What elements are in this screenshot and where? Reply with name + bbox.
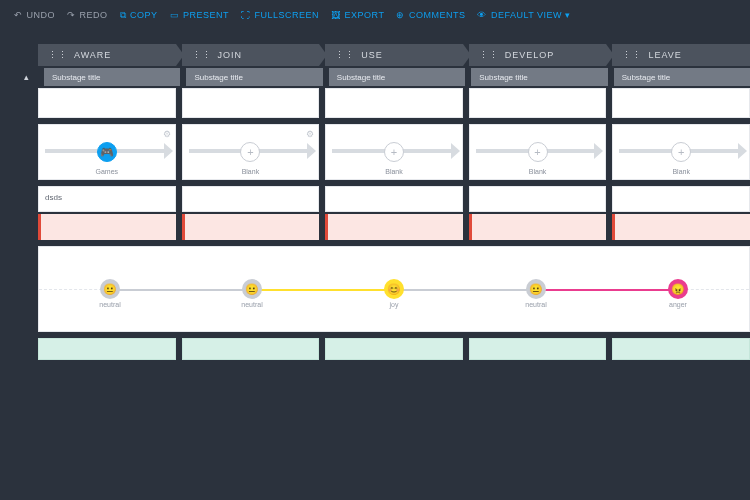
stage-label: AWARE [74,50,111,60]
blank-cell[interactable] [38,88,176,118]
stage-tab-aware[interactable]: ⋮⋮ AWARE [38,44,176,66]
problem-cell[interactable] [325,214,463,240]
touchpoint-circle[interactable]: + [384,142,404,162]
export-label: EXPORT [345,10,385,20]
redo-label: REDO [80,10,108,20]
problem-row [38,214,750,240]
touchpoint-circle[interactable]: 🎮 [97,142,117,162]
touchpoint-cell[interactable]: + Blank [469,124,607,180]
touchpoint-label: Blank [183,168,319,175]
substage-cell[interactable]: Substage title [614,68,750,86]
touchpoint-cell[interactable]: + Blank [325,124,463,180]
emotion-lane[interactable]: 😐 neutral 😐 neutral 😊 joy 😐 neutral 😠 an… [38,246,750,332]
text-row: dsds [38,186,750,212]
text-value: dsds [45,193,62,202]
substage-label: Substage title [622,73,670,82]
blank-cell[interactable] [182,88,320,118]
emotion-segment [394,289,536,291]
touchpoint-circle[interactable]: + [671,142,691,162]
comments-button[interactable]: ⊕ COMMENTS [396,10,465,20]
emotion-node-neutral[interactable]: 😐 [100,279,120,299]
substage-cell[interactable]: Substage title [471,68,607,86]
collapse-toggle[interactable]: ▴ [14,68,38,86]
substage-row: ▴ Substage title Substage title Substage… [14,68,750,86]
canvas: ⋮⋮ AWARE ⋮⋮ JOIN ⋮⋮ USE ⋮⋮ DEVELOP ⋮⋮ LE… [0,30,750,360]
emotion-node-joy[interactable]: 😊 [384,279,404,299]
stage-tab-join[interactable]: ⋮⋮ JOIN [182,44,320,66]
arrow-head-icon [738,143,747,159]
idea-row [38,338,750,360]
text-cell[interactable] [469,186,607,212]
plus-icon: + [534,146,540,158]
arrow-head-icon [307,143,316,159]
export-button[interactable]: 🖼 EXPORT [331,10,384,20]
redo-button[interactable]: ↷ REDO [67,10,108,20]
copy-button[interactable]: ⧉ COPY [120,10,158,21]
substage-cell[interactable]: Substage title [329,68,465,86]
eye-icon: 👁 [477,10,487,20]
emotion-segment [536,289,678,291]
idea-cell[interactable] [38,338,176,360]
undo-label: UNDO [27,10,56,20]
stage-tabs-row: ⋮⋮ AWARE ⋮⋮ JOIN ⋮⋮ USE ⋮⋮ DEVELOP ⋮⋮ LE… [38,44,750,66]
present-button[interactable]: ▭ PRESENT [170,10,230,20]
touchpoint-circle[interactable]: + [528,142,548,162]
undo-button[interactable]: ↶ UNDO [14,10,55,20]
default-view-dropdown[interactable]: 👁 DEFAULT VIEW ▾ [477,10,570,20]
emotion-label: neutral [525,301,546,308]
drag-icon: ⋮⋮ [479,50,499,60]
stage-label: USE [361,50,383,60]
present-icon: ▭ [170,10,180,20]
emotion-label: joy [390,301,399,308]
plus-icon: + [678,146,684,158]
problem-cell[interactable] [182,214,320,240]
arrow-head-icon [451,143,460,159]
comments-icon: ⊕ [396,10,405,20]
toolbar: ↶ UNDO ↷ REDO ⧉ COPY ▭ PRESENT ⛶ FULLSCR… [0,0,750,30]
drag-icon: ⋮⋮ [335,50,355,60]
emotion-label: neutral [241,301,262,308]
touchpoint-label: Blank [326,168,462,175]
text-cell[interactable]: dsds [38,186,176,212]
problem-cell[interactable] [38,214,176,240]
default-view-label: DEFAULT VIEW ▾ [491,10,571,20]
idea-cell[interactable] [612,338,750,360]
text-cell[interactable] [325,186,463,212]
gear-icon[interactable]: ⚙ [306,129,314,139]
fullscreen-button[interactable]: ⛶ FULLSCREEN [241,10,319,20]
drag-icon: ⋮⋮ [622,50,642,60]
touchpoint-circle[interactable]: + [240,142,260,162]
fullscreen-icon: ⛶ [241,10,251,20]
problem-cell[interactable] [612,214,750,240]
touchpoint-cell[interactable]: ⚙ 🎮 Games [38,124,176,180]
text-cell[interactable] [182,186,320,212]
emotion-node-neutral[interactable]: 😐 [242,279,262,299]
stage-label: JOIN [218,50,243,60]
problem-cell[interactable] [469,214,607,240]
blank-cell[interactable] [612,88,750,118]
triangle-up-icon: ▴ [24,72,29,82]
emotion-node-neutral[interactable]: 😐 [526,279,546,299]
idea-cell[interactable] [182,338,320,360]
substage-label: Substage title [52,73,100,82]
touchpoint-cell[interactable]: ⚙ + Blank [182,124,320,180]
blank-row [38,88,750,118]
stage-tab-use[interactable]: ⋮⋮ USE [325,44,463,66]
idea-cell[interactable] [325,338,463,360]
arrow-head-icon [594,143,603,159]
idea-cell[interactable] [469,338,607,360]
gear-icon[interactable]: ⚙ [163,129,171,139]
arrow-head-icon [164,143,173,159]
text-cell[interactable] [612,186,750,212]
substage-cell[interactable]: Substage title [44,68,180,86]
drag-icon: ⋮⋮ [192,50,212,60]
touchpoint-cell[interactable]: + Blank [612,124,750,180]
blank-cell[interactable] [325,88,463,118]
substage-cell[interactable]: Substage title [186,68,322,86]
drag-icon: ⋮⋮ [48,50,68,60]
blank-cell[interactable] [469,88,607,118]
gamepad-icon: 🎮 [100,146,114,159]
stage-tab-leave[interactable]: ⋮⋮ LEAVE [612,44,750,66]
stage-tab-develop[interactable]: ⋮⋮ DEVELOP [469,44,607,66]
emotion-node-anger[interactable]: 😠 [668,279,688,299]
